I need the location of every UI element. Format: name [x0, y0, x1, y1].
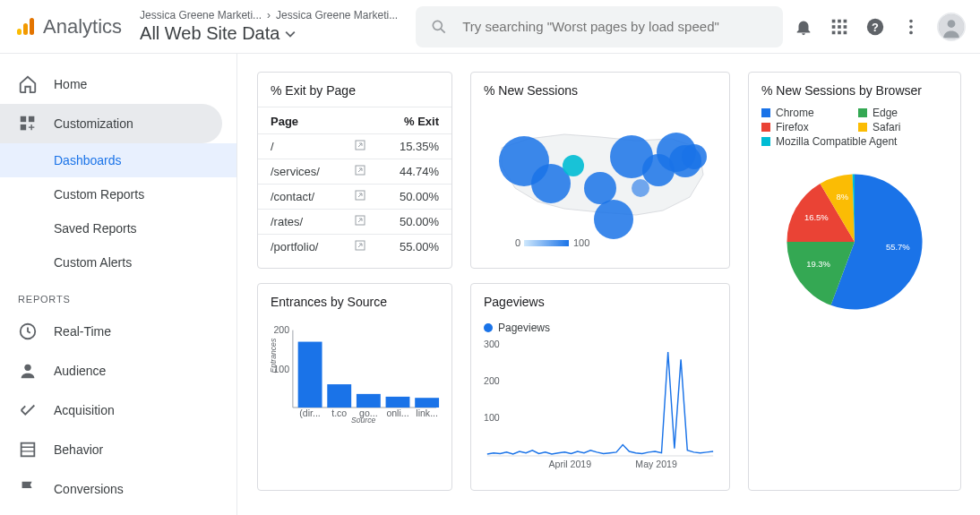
svg-point-3 [434, 21, 443, 30]
open-icon[interactable] [355, 165, 365, 176]
svg-point-24 [24, 365, 30, 371]
table-row[interactable]: /services/44.74% [258, 159, 451, 185]
card-entrances: Entrances by Source Entrances 200 100 (d… [257, 283, 452, 491]
svg-point-16 [909, 25, 913, 29]
card-title: % New Sessions [471, 73, 729, 107]
table-row[interactable]: /portfolio/55.00% [258, 235, 451, 260]
browser-legend: ChromeEdgeFirefoxSafariMozilla Compatibl… [749, 107, 960, 153]
svg-text:100: 100 [273, 364, 289, 374]
header-actions: ? [794, 13, 966, 41]
svg-text:May 2019: May 2019 [635, 459, 677, 469]
card-exit-by-page: % Exit by Page Page % Exit /15.35%/servi… [257, 72, 452, 269]
legend-item[interactable]: Mozilla Compatible Agent [761, 135, 948, 148]
sidebar-subitem-custom-reports[interactable]: Custom Reports [54, 177, 236, 211]
open-icon[interactable] [355, 140, 365, 150]
svg-rect-9 [844, 25, 847, 29]
svg-point-41 [632, 179, 649, 197]
customization-icon [18, 114, 38, 133]
svg-point-19 [948, 20, 956, 28]
analytics-logo-icon [14, 16, 36, 38]
svg-rect-0 [17, 29, 21, 35]
more-vert-icon[interactable] [901, 17, 921, 37]
breadcrumb-item-2[interactable]: Jessica Greene Marketi... [276, 9, 398, 21]
notifications-icon[interactable] [794, 17, 813, 37]
breadcrumb-item-1[interactable]: Jessica Greene Marketi... [140, 9, 262, 21]
sidebar-item-home[interactable]: Home [0, 64, 222, 104]
reports-section-label: REPORTS [0, 279, 236, 312]
table-row[interactable]: /rates/50.00% [258, 210, 451, 235]
apps-icon[interactable] [830, 17, 849, 37]
sidebar-item-acquisition[interactable]: Acquisition [0, 391, 222, 430]
sidebar-item-audience[interactable]: Audience [0, 351, 222, 391]
svg-rect-25 [21, 443, 35, 457]
svg-point-34 [584, 172, 616, 204]
sidebar-item-label: Behavior [54, 442, 103, 457]
customization-subitems: Dashboards Custom Reports Saved Reports … [0, 143, 236, 279]
logo: Analytics [14, 15, 122, 39]
help-icon[interactable]: ? [865, 17, 885, 37]
svg-rect-22 [21, 124, 26, 130]
svg-rect-5 [838, 19, 841, 22]
legend-item[interactable]: Chrome [761, 107, 851, 119]
card-browser: % New Sessions by Browser ChromeEdgeFire… [748, 72, 961, 491]
property-name: All Web Site Data [140, 23, 279, 44]
app-header: Analytics Jessica Greene Marketi... › Je… [0, 0, 980, 54]
chevron-right-icon: › [267, 9, 271, 21]
svg-rect-62 [415, 398, 439, 408]
svg-rect-54 [298, 342, 322, 408]
col-page[interactable]: Page [258, 107, 342, 134]
svg-text:300: 300 [484, 339, 500, 349]
avatar[interactable] [937, 13, 966, 41]
sidebar-item-behavior[interactable]: Behavior [0, 430, 222, 469]
col-exit[interactable]: % Exit [378, 107, 451, 134]
sidebar-item-label: Acquisition [54, 403, 115, 417]
svg-text:April 2019: April 2019 [548, 459, 591, 469]
sidebar: Home Customization Dashboards Custom Rep… [0, 54, 237, 515]
legend-item[interactable]: Safari [858, 121, 948, 133]
line-chart[interactable]: Pageviews 300 200 100 April 2019 May 201… [471, 318, 729, 490]
breadcrumb-area: Jessica Greene Marketi... › Jessica Gree… [140, 9, 398, 44]
logo-text: Analytics [43, 15, 122, 39]
acquisition-icon [18, 400, 38, 420]
svg-text:200: 200 [484, 375, 500, 386]
svg-text:55.7%: 55.7% [886, 242, 910, 252]
sidebar-subitem-dashboards[interactable]: Dashboards [0, 143, 236, 177]
sidebar-subitem-saved-reports[interactable]: Saved Reports [54, 211, 236, 245]
caret-down-icon [285, 29, 296, 39]
svg-point-17 [909, 30, 913, 34]
table-row[interactable]: /15.35% [258, 134, 451, 159]
sidebar-item-label: Audience [54, 364, 106, 378]
person-icon [18, 361, 38, 381]
flag-icon [18, 479, 38, 499]
legend-item[interactable]: Firefox [761, 121, 851, 133]
sidebar-item-label: Home [54, 77, 87, 91]
svg-point-33 [563, 155, 584, 176]
sidebar-item-realtime[interactable]: Real-Time [0, 312, 222, 351]
search-bar[interactable] [416, 6, 783, 47]
svg-point-40 [682, 144, 707, 169]
card-title: % New Sessions by Browser [749, 73, 960, 107]
sidebar-item-label: Customization [54, 116, 133, 131]
bar-chart[interactable]: Entrances 200 100 (dir... t.co go... onl… [258, 318, 451, 437]
svg-text:link...: link... [416, 408, 438, 418]
sidebar-subitem-custom-alerts[interactable]: Custom Alerts [54, 245, 236, 279]
legend-item[interactable]: Edge [858, 107, 948, 119]
sidebar-item-customization[interactable]: Customization [0, 104, 222, 143]
svg-text:Source: Source [351, 416, 376, 425]
table-row[interactable]: /contact/50.00% [258, 185, 451, 210]
open-icon[interactable] [355, 215, 365, 226]
map-chart[interactable]: 0 100 [471, 107, 729, 268]
property-selector[interactable]: All Web Site Data [140, 23, 398, 44]
breadcrumb[interactable]: Jessica Greene Marketi... › Jessica Gree… [140, 9, 398, 21]
svg-text:onli...: onli... [386, 408, 408, 418]
svg-rect-21 [29, 116, 34, 122]
open-icon[interactable] [355, 190, 365, 201]
svg-rect-20 [21, 116, 26, 122]
svg-rect-6 [844, 19, 847, 22]
svg-rect-1 [23, 23, 28, 35]
sidebar-item-conversions[interactable]: Conversions [0, 469, 222, 509]
open-icon[interactable] [355, 240, 365, 251]
search-icon [430, 18, 448, 36]
search-input[interactable] [462, 19, 769, 34]
pie-chart[interactable]: 55.7%19.3%16.5%8% [749, 153, 960, 334]
